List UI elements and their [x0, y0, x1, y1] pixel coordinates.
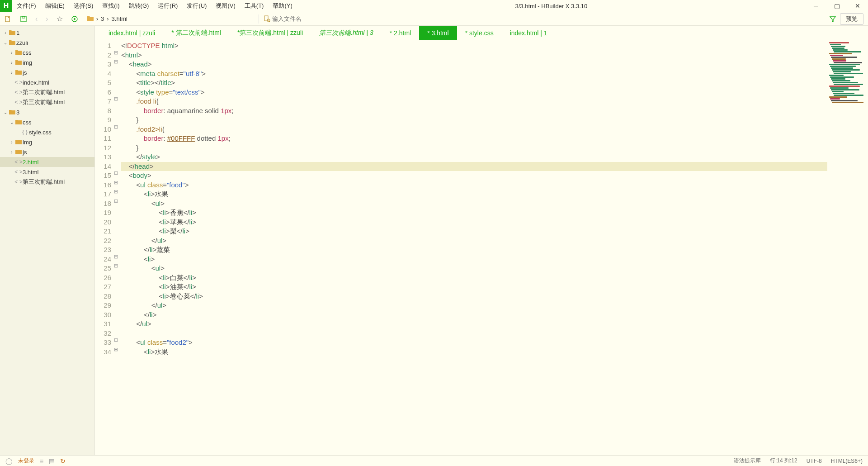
- fold-marker[interactable]: [114, 272, 121, 282]
- tree-item[interactable]: ›1: [0, 28, 94, 38]
- tree-item[interactable]: ⌄css: [0, 117, 94, 127]
- tree-item[interactable]: < >第二次前端.html: [0, 87, 94, 97]
- fold-marker[interactable]: [114, 300, 121, 309]
- code-line[interactable]: <li>香蕉</li>: [121, 208, 827, 218]
- fold-marker[interactable]: [114, 161, 121, 171]
- fold-marker[interactable]: [114, 281, 121, 291]
- minimize-button[interactable]: ─: [806, 0, 826, 12]
- code-line[interactable]: <li>油菜</li>: [121, 282, 827, 292]
- language-mode[interactable]: HTML(ES6+): [831, 458, 863, 464]
- code-line[interactable]: </li>: [121, 310, 827, 320]
- menu-item[interactable]: 跳转(G): [124, 2, 154, 10]
- menu-item[interactable]: 发行(U): [182, 2, 211, 10]
- breadcrumb-file[interactable]: 3.html: [112, 15, 127, 22]
- code-line[interactable]: </ul>: [121, 319, 827, 329]
- editor-tab[interactable]: 第三次前端.html | 3: [311, 26, 382, 40]
- editor-tab[interactable]: * 2.html: [382, 26, 419, 40]
- tree-item[interactable]: < >3.html: [0, 167, 94, 177]
- fold-marker[interactable]: [114, 319, 121, 328]
- menu-item[interactable]: 视图(V): [211, 2, 240, 10]
- code-line[interactable]: <li>卷心菜</li>: [121, 292, 827, 301]
- code-line[interactable]: border: aquamarine solid 1px;: [121, 106, 827, 116]
- fold-marker[interactable]: [114, 226, 121, 235]
- code-line[interactable]: <title></title>: [121, 78, 827, 88]
- fold-marker[interactable]: [114, 152, 121, 161]
- code-content[interactable]: <!DOCTYPE html><html> <head> <meta chars…: [121, 40, 827, 455]
- code-line[interactable]: <ul>: [121, 199, 827, 209]
- fold-marker[interactable]: ⊟: [114, 189, 121, 198]
- fold-marker[interactable]: [114, 87, 121, 96]
- fold-marker[interactable]: [114, 291, 121, 300]
- breadcrumb[interactable]: › 3 › 3.html: [87, 15, 127, 22]
- list-icon[interactable]: ≡: [40, 457, 43, 465]
- tree-item[interactable]: < >第三次前端.html: [0, 177, 94, 187]
- terminal-icon[interactable]: ▤: [49, 457, 55, 465]
- code-line[interactable]: <ul class="food2">: [121, 338, 827, 347]
- editor-tab[interactable]: * 3.html: [419, 26, 457, 40]
- editor-tab[interactable]: index.html | zzuli: [100, 26, 163, 40]
- syntax-lib[interactable]: 语法提示库: [734, 457, 761, 465]
- back-icon[interactable]: ‹: [35, 15, 38, 23]
- fold-marker[interactable]: [114, 114, 121, 124]
- breadcrumb-folder[interactable]: 3: [101, 15, 104, 22]
- code-line[interactable]: </head>: [121, 162, 827, 171]
- tree-item[interactable]: ›js: [0, 67, 94, 77]
- login-status[interactable]: 未登录: [18, 457, 34, 465]
- tree-arrow-icon[interactable]: ⌄: [3, 40, 8, 45]
- code-line[interactable]: <li>白菜</li>: [121, 273, 827, 283]
- sync-icon[interactable]: ↻: [60, 457, 66, 465]
- fold-marker[interactable]: [114, 133, 121, 143]
- save-icon[interactable]: [20, 15, 27, 23]
- fold-marker[interactable]: ⊟: [114, 96, 121, 105]
- fold-marker[interactable]: [114, 40, 121, 50]
- new-file-icon[interactable]: [5, 15, 12, 23]
- fold-marker[interactable]: ⊟: [114, 59, 121, 68]
- code-line[interactable]: </style>: [121, 152, 827, 162]
- fold-marker[interactable]: ⊟: [114, 124, 121, 133]
- code-line[interactable]: <li>水果: [121, 190, 827, 199]
- code-line[interactable]: [121, 329, 827, 338]
- filter-icon[interactable]: [829, 15, 836, 23]
- search-doc-icon[interactable]: [264, 15, 271, 23]
- fold-marker[interactable]: ⊟: [114, 198, 121, 208]
- code-line[interactable]: .food2>li{: [121, 125, 827, 134]
- tree-item[interactable]: ⌄zzuli: [0, 38, 94, 48]
- preview-button[interactable]: 预览: [840, 13, 863, 25]
- tree-arrow-icon[interactable]: ›: [3, 30, 8, 35]
- code-line[interactable]: </li>蔬菜: [121, 245, 827, 255]
- code-line[interactable]: <head>: [121, 60, 827, 69]
- tree-arrow-icon[interactable]: ›: [9, 150, 14, 155]
- tree-item[interactable]: ›js: [0, 147, 94, 157]
- fold-marker[interactable]: [114, 235, 121, 245]
- fold-marker[interactable]: ⊟: [114, 180, 121, 189]
- tree-arrow-icon[interactable]: ⌄: [3, 110, 8, 115]
- run-icon[interactable]: [71, 15, 78, 23]
- editor-tab[interactable]: *第三次前端.html | zzuli: [229, 26, 311, 40]
- fold-marker[interactable]: [114, 207, 121, 217]
- tree-arrow-icon[interactable]: ›: [9, 50, 14, 55]
- editor-tab[interactable]: * 第二次前端.html: [163, 26, 229, 40]
- minimap[interactable]: [827, 40, 868, 455]
- tree-arrow-icon[interactable]: ›: [9, 140, 14, 145]
- editor-tab[interactable]: index.html | 1: [502, 26, 556, 40]
- tree-arrow-icon[interactable]: ›: [9, 70, 14, 75]
- code-line[interactable]: }: [121, 115, 827, 125]
- tree-item[interactable]: { }style.css: [0, 127, 94, 137]
- code-editor[interactable]: 1234567891011121314151617181920212223242…: [95, 40, 868, 455]
- code-line[interactable]: <li>: [121, 255, 827, 264]
- fold-marker[interactable]: [114, 105, 121, 115]
- code-line[interactable]: <body>: [121, 171, 827, 181]
- star-icon[interactable]: ☆: [57, 14, 63, 23]
- tree-item[interactable]: < >index.html: [0, 77, 94, 87]
- fold-marker[interactable]: ⊟: [114, 347, 121, 356]
- close-button[interactable]: ✕: [847, 0, 868, 12]
- menu-item[interactable]: 帮助(Y): [268, 2, 297, 10]
- search-input[interactable]: [271, 14, 361, 24]
- cursor-position[interactable]: 行:14 列:12: [770, 457, 797, 465]
- tree-item[interactable]: < >第三次前端.html: [0, 97, 94, 107]
- tree-item[interactable]: < >2.html: [0, 157, 94, 167]
- code-line[interactable]: <!DOCTYPE html>: [121, 41, 827, 51]
- code-line[interactable]: }: [121, 143, 827, 153]
- tree-arrow-icon[interactable]: ⌄: [9, 120, 14, 125]
- code-line[interactable]: <ul>: [121, 264, 827, 273]
